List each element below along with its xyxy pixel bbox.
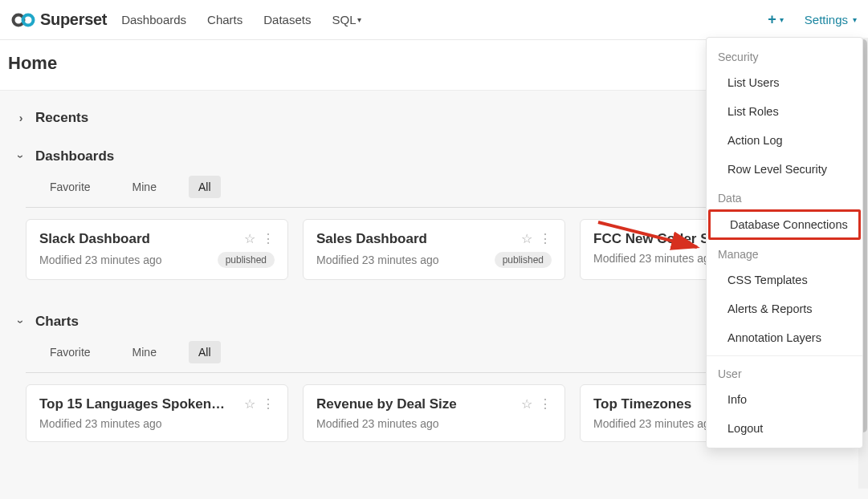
card-title: Sales Dashboard [316,231,515,247]
logo-icon [11,12,35,28]
card-title: Slack Dashboard [39,231,238,247]
menu-alerts-reports[interactable]: Alerts & Reports [707,294,862,323]
card-modified: Modified 23 minutes ago [39,254,162,266]
nav-dashboards[interactable]: Dashboards [121,13,186,26]
settings-menu-button[interactable]: Settings ▾ [805,13,857,26]
more-vertical-icon[interactable]: ⋮ [262,231,275,246]
tab-mine[interactable]: Mine [123,341,166,363]
more-vertical-icon[interactable]: ⋮ [539,396,552,412]
brand[interactable]: Superset [11,10,107,29]
status-badge: published [495,252,552,268]
svg-point-1 [23,14,34,25]
star-outline-icon[interactable]: ☆ [244,396,255,412]
plus-icon: + [768,11,776,28]
dashboard-card[interactable]: Sales Dashboard ☆ ⋮ Modified 23 minutes … [303,219,565,280]
tab-favorite[interactable]: Favorite [40,176,100,198]
tab-favorite[interactable]: Favorite [40,341,100,363]
more-vertical-icon[interactable]: ⋮ [262,396,275,412]
dropdown-section-data: Data [707,184,862,209]
tab-mine[interactable]: Mine [123,176,166,198]
top-right: + ▾ Settings ▾ [768,11,857,28]
menu-list-users[interactable]: List Users [707,68,862,97]
nav-datasets[interactable]: Datasets [263,13,311,26]
chart-card[interactable]: Revenue by Deal Size ☆ ⋮ Modified 23 min… [303,384,565,442]
caret-down-icon: ▾ [780,15,784,24]
star-outline-icon[interactable]: ☆ [244,231,255,246]
brand-text: Superset [40,10,107,29]
dropdown-section-security: Security [707,43,862,68]
caret-down-icon: ▾ [853,15,857,24]
chevron-down-icon: › [14,315,27,328]
chart-card[interactable]: Top 15 Languages Spoken… ☆ ⋮ Modified 23… [26,384,288,442]
caret-down-icon: ▾ [357,15,361,24]
star-outline-icon[interactable]: ☆ [521,396,532,412]
tab-all[interactable]: All [189,176,221,198]
nav-sql[interactable]: SQL▾ [332,13,361,26]
card-title: Top 15 Languages Spoken… [39,396,238,412]
dashboard-card[interactable]: Slack Dashboard ☆ ⋮ Modified 23 minutes … [26,219,288,280]
star-outline-icon[interactable]: ☆ [521,231,532,246]
nav-charts[interactable]: Charts [207,13,242,26]
dashboards-tabs: Favorite Mine All [40,176,221,198]
card-modified: Modified 23 minutes ago [316,417,439,430]
settings-label: Settings [805,13,848,26]
card-title: Revenue by Deal Size [316,396,515,412]
menu-list-roles[interactable]: List Roles [707,97,862,126]
top-nav: Superset Dashboards Charts Datasets SQL▾… [0,0,868,40]
dropdown-section-user: User [707,359,862,385]
card-modified: Modified 23 minutes ago [593,252,716,265]
menu-css-templates[interactable]: CSS Templates [707,266,862,294]
section-title: Charts [35,314,79,330]
menu-info[interactable]: Info [707,385,862,414]
menu-action-log[interactable]: Action Log [707,126,862,155]
nav-links: Dashboards Charts Datasets SQL▾ [121,13,361,26]
add-menu-button[interactable]: + ▾ [768,11,784,28]
card-modified: Modified 23 minutes ago [593,417,716,430]
dropdown-section-manage: Manage [707,240,862,266]
menu-database-connections[interactable]: Database Connections [708,209,861,240]
menu-annotation-layers[interactable]: Annotation Layers [707,323,862,352]
more-vertical-icon[interactable]: ⋮ [539,231,552,246]
card-modified: Modified 23 minutes ago [39,417,162,430]
settings-dropdown: Security List Users List Roles Action Lo… [706,37,863,448]
menu-logout[interactable]: Logout [707,414,862,443]
section-title: Dashboards [35,148,114,164]
chevron-right-icon: › [14,112,27,124]
status-badge: published [218,252,275,268]
chevron-down-icon: › [14,150,27,163]
card-modified: Modified 23 minutes ago [316,254,439,266]
menu-row-level-security[interactable]: Row Level Security [707,155,862,184]
section-title: Recents [35,110,88,126]
tab-all[interactable]: All [189,341,221,363]
charts-tabs: Favorite Mine All [40,341,221,363]
